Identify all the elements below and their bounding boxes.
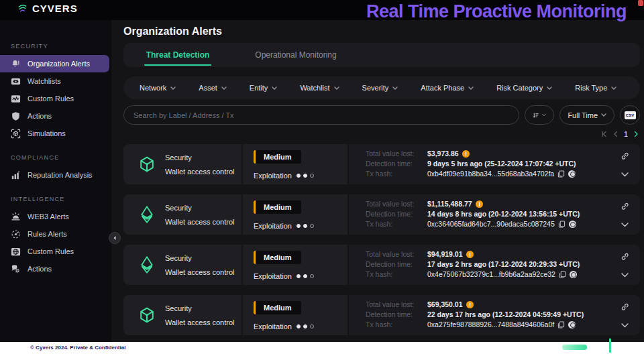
row-actions — [621, 194, 629, 235]
alert-list: Security Wallet access control Medium Ex… — [123, 144, 640, 335]
search-row: Full Time CSV — [123, 105, 640, 125]
total-value-lost: $1,115,488.77 — [427, 200, 472, 208]
sidebar-section: SECURITYOrganization AlertsWatchlistsCus… — [0, 43, 111, 142]
search-input[interactable] — [133, 111, 509, 119]
chevron-down-icon[interactable] — [621, 273, 629, 278]
tab-label: Threat Detection — [146, 50, 210, 60]
first-page-button[interactable] — [600, 131, 607, 137]
link-icon[interactable] — [621, 202, 629, 210]
alert-details-cell: Total value lost: $94,919.01 Detection t… — [349, 245, 640, 285]
row-actions — [621, 295, 629, 335]
link-icon[interactable] — [621, 152, 629, 160]
radar-icon — [11, 229, 21, 239]
alert-row: Security Wallet access control Medium Ex… — [123, 144, 640, 184]
attack-phase-label: Exploitation — [254, 222, 292, 230]
footer: © Cyvers 2024. Private & Confidential — [0, 342, 644, 362]
copy-icon[interactable] — [558, 221, 566, 228]
footer-green-pill-decoration — [562, 345, 587, 350]
explorer-icon[interactable] — [568, 321, 576, 328]
filter-label: Risk Type — [575, 84, 607, 92]
tab-operational-monitoring[interactable]: Operational Monitoring — [232, 43, 360, 67]
export-csv-button[interactable]: CSV — [620, 105, 640, 125]
sort-button[interactable] — [525, 105, 554, 125]
chevron-down-icon — [170, 86, 176, 90]
filter-dropdown-attack-phase[interactable]: Attack Phase — [421, 84, 474, 92]
sidebar-item-label: WEB3 Alerts — [28, 213, 69, 221]
phase-dot — [303, 224, 307, 228]
filter-label: Network — [140, 84, 166, 92]
sidebar-item-label: Rules Alerts — [28, 230, 67, 238]
alert-type: Wallet access control — [165, 218, 235, 226]
filter-bar: Network Asset Entity Watchlist Severity … — [123, 76, 640, 99]
chevron-down-icon[interactable] — [621, 323, 629, 328]
search-box — [123, 105, 519, 125]
next-page-button[interactable] — [634, 131, 639, 137]
sidebar-item-web3-alerts[interactable]: WEB3 Alerts — [0, 208, 111, 225]
filter-dropdown-asset[interactable]: Asset — [199, 84, 227, 92]
severity-color-bar — [254, 301, 256, 314]
copy-icon[interactable] — [559, 271, 566, 278]
phase-progress-dots — [297, 174, 314, 178]
tab-threat-detection[interactable]: Threat Detection — [123, 43, 232, 67]
sidebar-item-reputation-analysis[interactable]: Reputation Analysis — [0, 166, 111, 184]
chevron-down-icon[interactable] — [621, 172, 629, 177]
sidebar-item-watchlists[interactable]: Watchlists — [0, 72, 111, 90]
filter-label: Attack Phase — [421, 84, 464, 92]
detection-time: 14 days 8 hrs ago (20-12-2024 13:56:15 +… — [427, 210, 640, 218]
sidebar-item-custom-rules[interactable]: Custom Rules — [0, 90, 111, 107]
first-page-icon — [600, 131, 607, 137]
filter-dropdown-network[interactable]: Network — [140, 84, 176, 92]
explorer-icon[interactable] — [568, 170, 576, 178]
page-title: Organization Alerts — [123, 25, 222, 38]
chevron-right-icon — [634, 131, 639, 137]
filter-dropdown-watchlist[interactable]: Watchlist — [300, 84, 339, 92]
copy-icon[interactable] — [557, 321, 565, 328]
tx-hash-label: Tx hash: — [366, 270, 427, 278]
severity-color-bar — [254, 251, 256, 264]
attack-phase-row: Exploitation — [254, 272, 347, 280]
alert-summary-cell: Security Wallet access control — [123, 194, 241, 235]
brand-name: CYVERS — [32, 3, 78, 14]
chevron-down-icon — [392, 86, 398, 90]
attack-phase-row: Exploitation — [254, 172, 347, 180]
time-range-dropdown[interactable]: Full Time — [559, 105, 614, 125]
current-page[interactable]: 1 — [624, 130, 628, 138]
sidebar-item-organization-alerts[interactable]: Organization Alerts — [0, 55, 109, 72]
detection-time: 9 days 5 hrs ago (25-12-2024 17:07:42 +U… — [427, 160, 640, 168]
row-actions — [621, 144, 629, 184]
eth-chain-icon — [138, 206, 156, 223]
explorer-icon[interactable] — [569, 221, 576, 228]
shield-icon — [11, 111, 21, 121]
sidebar-item-actions[interactable]: Actions — [0, 107, 111, 125]
warning-icon — [462, 150, 470, 158]
sidebar-item-rules-alerts[interactable]: Rules Alerts — [0, 225, 111, 243]
explorer-icon[interactable] — [570, 271, 577, 278]
sidebar-item-label: Simulations — [28, 129, 66, 137]
total-value-lost: $94,919.01 — [427, 250, 463, 258]
copy-icon[interactable] — [557, 170, 565, 178]
tx-hash: 0xa275fe987888926...7488a8494606a0f — [427, 320, 554, 328]
filter-dropdown-severity[interactable]: Severity — [362, 84, 398, 92]
sidebar-item-actions[interactable]: Actions — [0, 260, 111, 278]
previous-page-button[interactable] — [613, 131, 618, 137]
alert-summary-cell: Security Wallet access control — [123, 245, 241, 285]
link-icon[interactable] — [621, 302, 629, 311]
sidebar-item-simulations[interactable]: Simulations — [0, 125, 111, 142]
phase-dot — [310, 224, 314, 228]
alert-severity-cell: Medium Exploitation — [243, 245, 347, 285]
severity-label: Medium — [264, 203, 301, 211]
filter-dropdown-risk-type[interactable]: Risk Type — [575, 84, 616, 92]
total-value-lost-label: Total value lost: — [366, 250, 427, 258]
chevron-down-icon — [272, 86, 277, 90]
filter-dropdown-risk-category[interactable]: Risk Category — [496, 84, 552, 92]
chevron-down-icon — [221, 86, 227, 90]
filter-dropdown-entity[interactable]: Entity — [250, 84, 278, 92]
sidebar-collapse-button[interactable] — [109, 232, 121, 244]
severity-color-bar — [254, 200, 256, 214]
phase-dot — [310, 174, 314, 178]
warning-icon — [476, 200, 483, 208]
link-icon[interactable] — [621, 252, 629, 261]
sidebar-item-custom-rules[interactable]: Custom Rules — [0, 243, 111, 260]
chevron-down-icon[interactable] — [621, 223, 629, 227]
tab-bar: Threat Detection Operational Monitoring — [123, 43, 640, 67]
